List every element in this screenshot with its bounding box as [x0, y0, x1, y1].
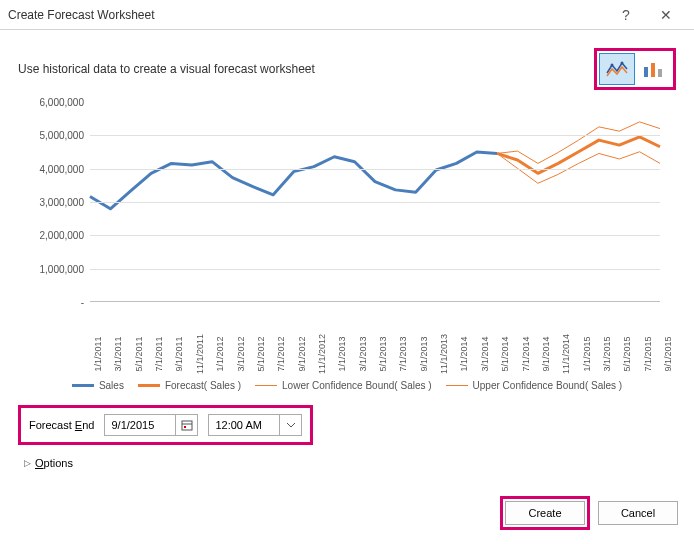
forecast-end-date-field[interactable]	[105, 415, 175, 435]
x-tick-label: 9/1/2015	[663, 336, 673, 371]
x-tick-label: 9/1/2011	[174, 336, 184, 371]
x-tick-label: 3/1/2012	[236, 336, 246, 371]
x-tick-label: 11/1/2011	[195, 334, 205, 374]
x-tick-label: 7/1/2012	[276, 336, 286, 371]
x-tick-label: 5/1/2011	[134, 336, 144, 371]
forecast-end-label: Forecast End	[29, 419, 94, 431]
window-title: Create Forecast Worksheet	[8, 8, 606, 22]
line-chart-icon	[605, 59, 629, 79]
y-tick-label: 1,000,000	[40, 263, 85, 274]
x-tick-label: 7/1/2011	[154, 336, 164, 371]
y-tick-label: -	[81, 297, 84, 308]
x-tick-label: 3/1/2011	[113, 336, 123, 371]
series-lower-confidence-bound-sales-	[497, 152, 660, 184]
x-tick-label: 7/1/2015	[643, 336, 653, 371]
y-tick-label: 2,000,000	[40, 230, 85, 241]
svg-rect-5	[182, 421, 192, 430]
legend-label: Sales	[99, 380, 124, 391]
titlebar: Create Forecast Worksheet ? ✕	[0, 0, 694, 30]
forecast-end-controls: Forecast End	[18, 405, 313, 445]
legend-swatch	[446, 385, 468, 386]
y-tick-label: 6,000,000	[40, 97, 85, 108]
legend-item: Lower Confidence Bound( Sales )	[255, 380, 432, 391]
calendar-icon[interactable]	[175, 415, 197, 435]
forecast-chart: -1,000,0002,000,0003,000,0004,000,0005,0…	[18, 98, 664, 378]
x-tick-label: 5/1/2012	[256, 336, 266, 371]
series-sales	[90, 152, 497, 209]
svg-point-1	[621, 62, 624, 65]
legend-label: Forecast( Sales )	[165, 380, 241, 391]
cancel-button[interactable]: Cancel	[598, 501, 678, 525]
chart-legend: SalesForecast( Sales )Lower Confidence B…	[18, 380, 676, 391]
x-tick-label: 1/1/2014	[459, 336, 469, 371]
legend-item: Sales	[72, 380, 124, 391]
x-tick-label: 9/1/2014	[541, 336, 551, 371]
x-tick-label: 3/1/2014	[480, 336, 490, 371]
options-expander[interactable]: ▷ Options	[18, 457, 676, 469]
line-chart-button[interactable]	[599, 53, 635, 85]
dialog-subtitle: Use historical data to create a visual f…	[18, 62, 594, 76]
x-tick-label: 7/1/2013	[398, 336, 408, 371]
svg-rect-2	[644, 67, 648, 77]
x-tick-label: 11/1/2013	[439, 334, 449, 374]
x-tick-label: 1/1/2015	[582, 336, 592, 371]
help-button[interactable]: ?	[606, 0, 646, 30]
legend-item: Forecast( Sales )	[138, 380, 241, 391]
svg-rect-7	[184, 426, 186, 428]
forecast-end-time-input[interactable]	[208, 414, 302, 436]
legend-swatch	[138, 384, 160, 387]
y-tick-label: 5,000,000	[40, 130, 85, 141]
series-upper-confidence-bound-sales-	[497, 122, 660, 163]
x-tick-label: 5/1/2014	[500, 336, 510, 371]
legend-label: Lower Confidence Bound( Sales )	[282, 380, 432, 391]
close-button[interactable]: ✕	[646, 0, 686, 30]
column-chart-icon	[641, 59, 665, 79]
column-chart-button[interactable]	[635, 53, 671, 85]
x-tick-label: 1/1/2012	[215, 336, 225, 371]
legend-swatch	[72, 384, 94, 387]
forecast-end-time-field[interactable]	[209, 415, 279, 435]
x-tick-label: 11/1/2014	[561, 334, 571, 374]
x-tick-label: 5/1/2015	[622, 336, 632, 371]
chevron-down-icon[interactable]	[279, 415, 301, 435]
legend-item: Upper Confidence Bound( Sales )	[446, 380, 623, 391]
x-tick-label: 7/1/2014	[521, 336, 531, 371]
x-tick-label: 5/1/2013	[378, 336, 388, 371]
y-tick-label: 3,000,000	[40, 197, 85, 208]
chart-type-selector	[594, 48, 676, 90]
svg-rect-3	[651, 63, 655, 77]
legend-swatch	[255, 385, 277, 386]
x-tick-label: 3/1/2013	[358, 336, 368, 371]
x-tick-label: 3/1/2015	[602, 336, 612, 371]
dialog-buttons: Create Cancel	[500, 496, 678, 530]
create-button[interactable]: Create	[505, 501, 585, 525]
legend-label: Upper Confidence Bound( Sales )	[473, 380, 623, 391]
svg-rect-4	[658, 69, 662, 77]
x-tick-label: 9/1/2012	[297, 336, 307, 371]
forecast-end-date-input[interactable]	[104, 414, 198, 436]
svg-point-0	[611, 64, 614, 67]
x-tick-label: 9/1/2013	[419, 336, 429, 371]
x-tick-label: 1/1/2011	[93, 336, 103, 371]
expand-arrow-icon: ▷	[24, 458, 31, 468]
x-tick-label: 1/1/2013	[337, 336, 347, 371]
y-tick-label: 4,000,000	[40, 163, 85, 174]
dialog-content: Use historical data to create a visual f…	[0, 30, 694, 469]
x-tick-label: 11/1/2012	[317, 334, 327, 374]
